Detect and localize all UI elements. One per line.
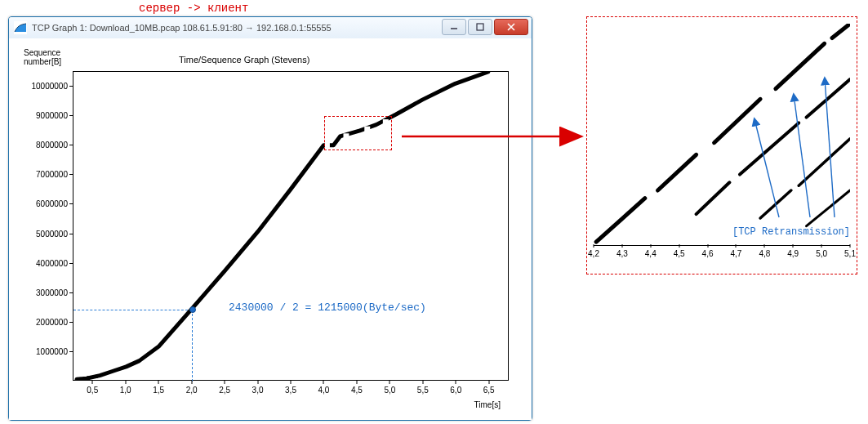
x-tick-label: 0,5 (87, 386, 98, 395)
x-tick-label: 5,5 (417, 386, 429, 395)
x-tick-label: 6,0 (450, 386, 461, 395)
zoom-region-rect (324, 116, 392, 150)
svg-rect-22 (702, 148, 709, 154)
y-tick-label: 1000000 (36, 346, 68, 355)
y-tick-label: 10000000 (32, 82, 69, 91)
zoom-x-tick-label: 4,3 (617, 249, 628, 258)
y-tick-label: 8000000 (36, 141, 68, 150)
x-tick-label: 2,5 (219, 386, 230, 395)
svg-line-23 (754, 119, 779, 217)
maximize-button[interactable] (468, 19, 492, 35)
y-tick-label: 2000000 (36, 317, 68, 326)
x-tick-label: 5,0 (384, 386, 395, 395)
svg-point-7 (87, 376, 90, 379)
zoom-x-tick-label: 4,6 (702, 249, 714, 258)
y-tick-label: 4000000 (36, 258, 68, 267)
throughput-annotation: 2430000 / 2 = 1215000(Byte/sec) (229, 301, 426, 314)
zoom-x-tick-label: 4,4 (645, 249, 657, 258)
plot-area[interactable]: 2430000 / 2 = 1215000(Byte/sec) (73, 71, 509, 381)
zoom-x-tick-label: 5,1 (844, 249, 856, 258)
zoom-baseline (594, 245, 850, 246)
y-tick-label: 3000000 (36, 288, 68, 297)
svg-line-25 (825, 78, 835, 217)
direction-annotation: сервер -> клиент (139, 2, 248, 15)
svg-line-15 (697, 182, 730, 214)
zoom-x-tick-label: 4,2 (588, 249, 599, 258)
x-tick-label: 3,0 (252, 386, 264, 395)
window-body: Sequence number[B] Time/Sequence Graph (… (9, 38, 532, 420)
svg-line-13 (776, 43, 825, 88)
close-button[interactable] (494, 19, 528, 35)
zoom-arrow (402, 124, 590, 149)
svg-line-11 (658, 154, 697, 190)
zoom-x-tick-label: 4,8 (759, 249, 770, 258)
zoom-panel: 4,24,34,44,54,64,74,84,95,05,1 [TCP Retr… (586, 16, 857, 274)
x-tick-label: 2,0 (186, 386, 198, 395)
y-axis-title: Sequence number[B] (24, 48, 61, 66)
svg-line-10 (596, 199, 645, 242)
guide-line-horizontal (73, 310, 192, 310)
retrans-arrow-3 (820, 74, 852, 221)
chart-title: Time/Sequence Graph (Stevens) (179, 55, 309, 65)
marker-dot (189, 306, 196, 313)
window-title: TCP Graph 1: Download_10MB.pcap 108.61.5… (32, 23, 332, 33)
x-tick-label: 4,0 (318, 386, 330, 395)
svg-line-14 (832, 24, 850, 38)
svg-line-24 (794, 95, 810, 217)
zoom-x-tick-label: 4,9 (787, 249, 799, 258)
x-tick-label: 3,5 (285, 386, 296, 395)
minimize-button[interactable] (442, 19, 466, 35)
y-tick-label: 7000000 (36, 170, 68, 179)
svg-rect-21 (648, 194, 655, 199)
titlebar[interactable]: TCP Graph 1: Download_10MB.pcap 108.61.5… (9, 17, 532, 39)
guide-line-vertical (192, 310, 193, 382)
zoom-x-tick-label: 4,7 (730, 249, 741, 258)
chart-area: Sequence number[B] Time/Sequence Graph (… (16, 43, 525, 413)
zoom-x-tick-label: 5,0 (816, 249, 827, 258)
y-tick-label: 6000000 (36, 199, 68, 208)
x-tick-label: 1,5 (153, 386, 164, 395)
zoom-x-tick-label: 4,5 (674, 249, 685, 258)
x-tick-label: 6,5 (483, 386, 495, 395)
retransmission-label: [TCP Retransmission] (732, 226, 850, 238)
tcp-graph-window: TCP Graph 1: Download_10MB.pcap 108.61.5… (8, 16, 532, 421)
svg-rect-1 (477, 24, 483, 30)
x-axis-title: Time[s] (474, 400, 501, 409)
svg-point-8 (95, 375, 98, 378)
y-tick-label: 5000000 (36, 229, 68, 238)
y-tick-label: 9000000 (36, 111, 68, 120)
wireshark-icon (14, 21, 27, 34)
x-tick-label: 4,5 (351, 386, 363, 395)
x-tick-label: 1,0 (120, 386, 131, 395)
